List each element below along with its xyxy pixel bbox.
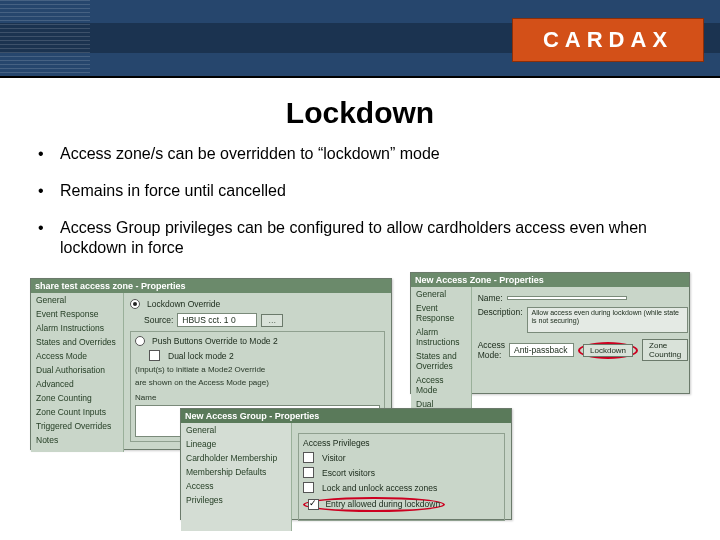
zone-counting-button[interactable]: Zone Counting [642,339,688,361]
visitor-label: Visitor [322,453,345,463]
source-label: Source: [144,315,173,325]
description-label: Description: [478,307,523,317]
bullet-item: Access zone/s can be overridden to “lock… [38,144,682,165]
lockdown-button[interactable]: Lockdown [583,344,633,357]
nav-item[interactable]: Cardholder Membership [181,451,291,465]
access-mode-dropdown[interactable]: Anti-passback [509,343,574,357]
nav-item[interactable]: General [411,287,471,301]
header-band: cardax [0,0,720,78]
bullet-item: Remains in force until cancelled [38,181,682,202]
nav-item[interactable]: Advanced [31,377,123,391]
escort-label: Escort visitors [322,468,375,478]
properties-nav: General Lineage Cardholder Membership Me… [181,423,292,531]
new-access-zone-dialog: New Access Zone - Properties General Eve… [410,272,690,394]
nav-item[interactable]: General [31,293,123,307]
name-label: Name: [478,293,503,303]
nav-item[interactable]: Access Mode [31,349,123,363]
nav-item[interactable]: Alarm Instructions [31,321,123,335]
nav-item[interactable]: General [181,423,291,437]
radio-lockdown-override[interactable] [130,299,140,309]
dialog-titlebar: New Access Group - Properties [181,409,511,423]
nav-item[interactable]: Privileges [181,493,291,507]
nav-item[interactable]: Zone Counting [31,391,123,405]
name-input[interactable] [507,296,627,300]
properties-nav: General Event Response Alarm Instruction… [31,293,124,452]
nav-item[interactable]: Event Response [411,301,471,325]
entry-lockdown-highlight: Entry allowed during lockdown [303,497,445,512]
nav-item[interactable]: Access [181,479,291,493]
mode2-note: (Input(s) to initiate a Mode2 Override [135,365,380,374]
header-decoration [0,0,90,76]
nav-item[interactable]: Alarm Instructions [411,325,471,349]
nav-item[interactable]: Event Response [31,307,123,321]
lock-unlock-checkbox[interactable] [303,482,314,493]
mode2-label: Push Buttons Override to Mode 2 [152,336,278,346]
lock-unlock-label: Lock and unlock access zones [322,483,437,493]
privileges-header: Access Privileges [303,438,500,448]
escort-checkbox[interactable] [303,467,314,478]
nav-item[interactable]: Membership Defaults [181,465,291,479]
new-access-group-dialog: New Access Group - Properties General Li… [180,408,512,520]
visitor-checkbox[interactable] [303,452,314,463]
mode2-note2: are shown on the Access Mode page) [135,378,380,387]
lockdown-highlight: Lockdown [578,342,638,359]
dialog-titlebar: share test access zone - Properties [31,279,391,293]
nav-item[interactable]: States and Overrides [31,335,123,349]
duallock-checkbox[interactable] [149,350,160,361]
dialog-titlebar: New Access Zone - Properties [411,273,689,287]
entry-lockdown-checkbox[interactable] [308,499,319,510]
source-dropdown[interactable]: HBUS cct. 1 0 [177,313,257,327]
nav-item[interactable]: Dual Authorisation [31,363,123,377]
lockdown-override-label: Lockdown Override [147,299,220,309]
source-browse-button[interactable]: … [261,314,283,327]
nav-item[interactable]: Lineage [181,437,291,451]
list-header: Name [135,393,380,402]
entry-lockdown-label: Entry allowed during lockdown [325,499,440,509]
screenshot-area: share test access zone - Properties Gene… [30,278,690,528]
nav-item[interactable]: Zone Count Inputs [31,405,123,419]
nav-item[interactable]: Access Mode [411,373,471,397]
bullet-item: Access Group privileges can be configure… [38,218,682,260]
description-box[interactable]: Allow access even during lockdown (while… [527,307,689,333]
nav-item[interactable]: Triggered Overrides [31,419,123,433]
duallock-label: Dual lock mode 2 [168,351,234,361]
nav-item[interactable]: Notes [31,433,123,447]
access-mode-label: Access Mode: [478,340,505,360]
radio-mode2[interactable] [135,336,145,346]
bullet-list: Access zone/s can be overridden to “lock… [0,144,720,259]
brand-logo: cardax [512,18,704,62]
slide-title: Lockdown [0,96,720,130]
nav-item[interactable]: States and Overrides [411,349,471,373]
